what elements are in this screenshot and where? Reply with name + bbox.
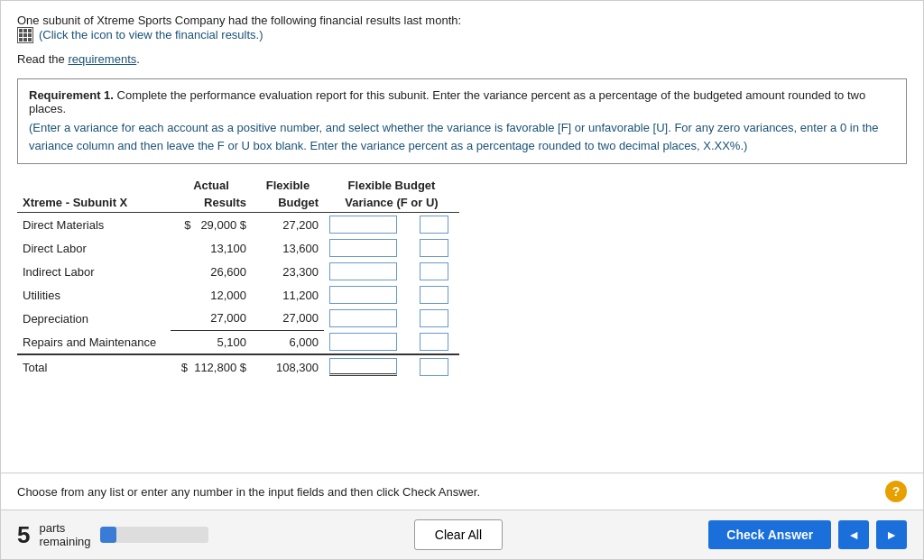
row-actual-depreciation: 27,000 — [171, 307, 252, 330]
parts-label-line1: parts — [39, 521, 90, 535]
row-flex-depreciation: 27,000 — [252, 307, 324, 330]
row-variance-input-cell-util — [324, 283, 414, 307]
row-flex-direct-materials: 27,200 — [252, 213, 324, 237]
row-variance-input-cell-dep — [324, 307, 414, 330]
table-row: Direct Labor 13,100 13,600 — [17, 236, 459, 260]
row-label-repairs: Repairs and Maintenance — [17, 330, 171, 354]
table-header-row1: Actual Flexible Flexible Budget — [17, 177, 459, 194]
th-subunit: Xtreme - Subunit X — [17, 194, 171, 213]
main-content: One subunit of Xtreme Sports Company had… — [1, 1, 923, 473]
read-suffix: . — [136, 52, 140, 66]
row-fu-input-cell-dep — [414, 307, 459, 330]
nav-next-button[interactable]: ► — [876, 520, 907, 549]
row-actual-total: $ 112,800 $ — [171, 354, 252, 379]
th-variance-header: Flexible Budget — [324, 177, 459, 194]
row-label-utilities: Utilities — [17, 283, 171, 307]
check-answer-button[interactable]: Check Answer — [708, 520, 831, 549]
row-flex-repairs: 6,000 — [252, 330, 324, 354]
parts-label-block: parts remaining — [39, 521, 90, 548]
table-row: Repairs and Maintenance 5,100 6,000 — [17, 330, 459, 354]
clear-all-button[interactable]: Clear All — [414, 519, 503, 550]
requirements-line: Read the requirements. — [17, 52, 907, 66]
parts-label-line2: remaining — [39, 535, 90, 548]
th-results: Results — [171, 194, 252, 213]
row-fu-input-cell-il — [414, 260, 459, 283]
intro-line1: One subunit of Xtreme Sports Company had… — [17, 14, 461, 27]
row-fu-input-cell-util — [414, 283, 459, 307]
variance-input-utilities[interactable] — [329, 286, 397, 304]
variance-input-total[interactable] — [329, 358, 397, 376]
fu-input-total[interactable] — [420, 358, 448, 376]
requirement-main: Complete the performance evaluation repo… — [29, 88, 865, 115]
instruction-text: Choose from any list or enter any number… — [17, 485, 480, 499]
row-label-direct-materials: Direct Materials — [17, 213, 171, 237]
row-actual-repairs: 5,100 — [171, 330, 252, 354]
parts-number: 5 — [17, 521, 30, 549]
row-variance-input-cell-dm — [324, 213, 414, 237]
grid-icon[interactable] — [17, 27, 35, 45]
row-variance-input-cell-rep — [324, 330, 414, 354]
variance-input-depreciation[interactable] — [329, 309, 397, 327]
parts-remaining-section: 5 parts remaining — [17, 521, 208, 549]
fu-input-depreciation[interactable] — [420, 309, 448, 327]
table-row: Utilities 12,000 11,200 — [17, 283, 459, 307]
row-flex-direct-labor: 13,600 — [252, 236, 324, 260]
table-header-row2: Xtreme - Subunit X Results Budget Varian… — [17, 194, 459, 213]
variance-input-direct-materials[interactable] — [329, 216, 397, 234]
row-actual-utilities: 12,000 — [171, 283, 252, 307]
th-empty — [17, 177, 171, 194]
row-actual-direct-labor: 13,100 — [171, 236, 252, 260]
table-row: Indirect Labor 26,600 23,300 — [17, 260, 459, 283]
row-fu-input-cell-rep — [414, 330, 459, 354]
fu-input-direct-materials[interactable] — [420, 216, 448, 234]
table-row: Depreciation 27,000 27,000 — [17, 307, 459, 330]
progress-bar-fill — [100, 527, 116, 543]
row-fu-input-cell-dl — [414, 236, 459, 260]
row-variance-input-cell-total — [324, 354, 414, 379]
requirement-text: Requirement 1. Complete the performance … — [29, 88, 895, 115]
requirement-subtext: (Enter a variance for each account as a … — [29, 119, 895, 154]
fu-input-utilities[interactable] — [420, 286, 448, 304]
requirements-link[interactable]: requirements — [68, 52, 136, 66]
table-row-total: Total $ 112,800 $ 108,300 — [17, 354, 459, 379]
row-fu-input-cell-dm — [414, 213, 459, 237]
nav-prev-button[interactable]: ◄ — [838, 520, 869, 549]
th-budget: Budget — [252, 194, 324, 213]
row-flex-utilities: 11,200 — [252, 283, 324, 307]
requirement-label: Requirement 1. — [29, 88, 114, 102]
row-flex-total: 108,300 — [252, 354, 324, 379]
performance-table: Actual Flexible Flexible Budget Xtreme -… — [17, 177, 459, 379]
th-actual: Actual — [171, 177, 252, 194]
help-button[interactable]: ? — [885, 481, 907, 502]
bottom-bar-wrapper: Choose from any list or enter any number… — [1, 473, 923, 559]
progress-bar-wrapper — [100, 527, 208, 543]
row-variance-input-cell-il — [324, 260, 414, 283]
th-variance-fu: Variance (F or U) — [324, 194, 459, 213]
row-fu-input-cell-total — [414, 354, 459, 379]
row-label-direct-labor: Direct Labor — [17, 236, 171, 260]
row-variance-input-cell-dl — [324, 236, 414, 260]
instruction-bar: Choose from any list or enter any number… — [1, 473, 923, 510]
read-prefix: Read the — [17, 52, 68, 66]
intro-section: One subunit of Xtreme Sports Company had… — [17, 14, 907, 45]
footer-right: Check Answer ◄ ► — [708, 520, 907, 549]
variance-input-indirect-labor[interactable] — [329, 262, 397, 280]
row-label-indirect-labor: Indirect Labor — [17, 260, 171, 283]
variance-input-repairs[interactable] — [329, 333, 397, 351]
click-icon-text[interactable]: (Click the icon to view the financial re… — [39, 28, 263, 41]
table-row: Direct Materials $ 29,000 $ 27,200 — [17, 213, 459, 237]
footer-bar: 5 parts remaining Clear All Check Answer… — [1, 510, 923, 559]
requirement-box: Requirement 1. Complete the performance … — [17, 78, 907, 164]
row-flex-indirect-labor: 23,300 — [252, 260, 324, 283]
th-flexible: Flexible — [252, 177, 324, 194]
row-actual-direct-materials: $ 29,000 $ — [171, 213, 252, 237]
fu-input-direct-labor[interactable] — [420, 239, 448, 257]
page-wrapper: One subunit of Xtreme Sports Company had… — [0, 0, 924, 560]
row-label-depreciation: Depreciation — [17, 307, 171, 330]
row-actual-indirect-labor: 26,600 — [171, 260, 252, 283]
variance-input-direct-labor[interactable] — [329, 239, 397, 257]
fu-input-repairs[interactable] — [420, 333, 448, 351]
fu-input-indirect-labor[interactable] — [420, 262, 448, 280]
row-label-total: Total — [17, 354, 171, 379]
footer-center: Clear All — [414, 519, 503, 550]
